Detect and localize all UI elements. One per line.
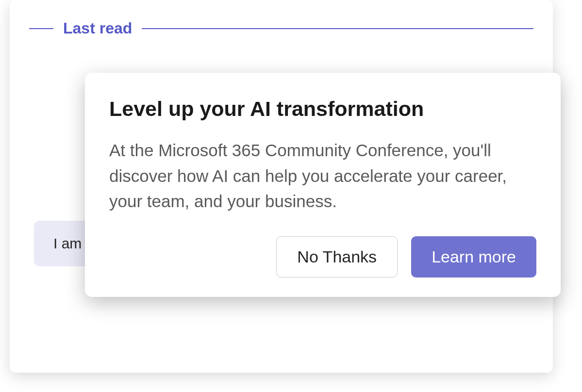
last-read-separator: Last read: [29, 19, 533, 37]
message-text: I am: [53, 235, 82, 251]
popup-body: At the Microsoft 365 Community Conferenc…: [109, 138, 536, 214]
promo-popup: Level up your AI transformation At the M…: [85, 73, 561, 297]
learn-more-button[interactable]: Learn more: [411, 236, 536, 278]
separator-line-right: [142, 28, 533, 29]
popup-title: Level up your AI transformation: [109, 97, 536, 121]
popup-buttons: No Thanks Learn more: [109, 236, 536, 278]
no-thanks-button[interactable]: No Thanks: [276, 236, 398, 278]
separator-line-left: [29, 28, 53, 29]
last-read-label: Last read: [63, 19, 132, 37]
